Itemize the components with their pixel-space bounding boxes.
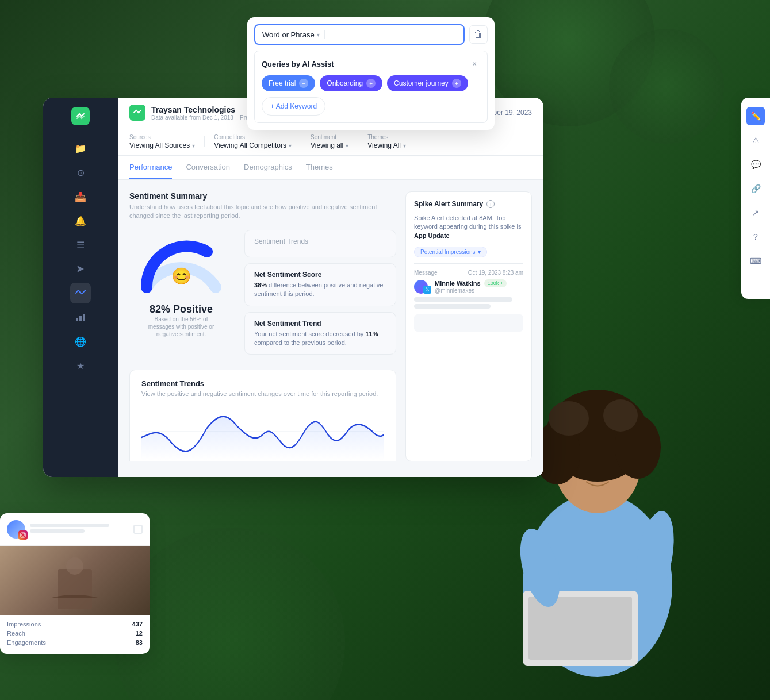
main-content: Traysan Technologies Data available from… xyxy=(118,98,543,477)
sidebar-item-list[interactable]: ☰ xyxy=(70,234,91,255)
chat-icon-button[interactable]: 💬 xyxy=(746,155,765,174)
net-sentiment-trend-card: Net Sentiment Trend Your net sentiment s… xyxy=(244,312,396,355)
word-or-phrase-select[interactable]: Word or Phrase ▾ xyxy=(262,30,320,39)
social-image xyxy=(0,546,150,615)
sidebar-item-inbox[interactable]: 📥 xyxy=(70,186,91,207)
filter-sources[interactable]: Sources Viewing All Sources ▾ xyxy=(129,134,195,149)
queries-section: Queries by AI Assist × Free trial + Onbo… xyxy=(254,51,488,123)
potential-impressions-badge[interactable]: Potential Impressions ▾ xyxy=(414,247,487,257)
onboarding-plus-icon[interactable]: + xyxy=(366,79,376,88)
impressions-value: 437 xyxy=(132,621,143,628)
export-icon-button[interactable]: ↗ xyxy=(746,203,765,222)
filter-competitors[interactable]: Competitors Viewing All Competitors ▾ xyxy=(214,134,292,149)
sentiment-trends-header: Sentiment Trends xyxy=(244,230,396,257)
tab-themes[interactable]: Themes xyxy=(306,156,333,179)
message-bar-2 xyxy=(414,304,491,309)
filter-competitors-label: Competitors xyxy=(214,134,292,140)
keyword-input-row: Word or Phrase ▾ 🗑 xyxy=(254,24,488,45)
alert-icon-button[interactable]: ⚠ xyxy=(746,131,765,149)
svg-marker-0 xyxy=(77,266,84,272)
trend-highlight: 11% xyxy=(365,330,378,337)
sentiment-content: 😊 82% Positive Based on the 56% of messa… xyxy=(129,230,396,361)
free-trial-tag[interactable]: Free trial + xyxy=(262,75,315,91)
leaf-decor-2 xyxy=(609,29,724,144)
filter-sentiment-value[interactable]: Viewing all ▾ xyxy=(311,141,348,149)
filters-bar: Sources Viewing All Sources ▾ Competitor… xyxy=(118,128,543,156)
sidebar-item-send[interactable] xyxy=(70,259,91,279)
svg-rect-10 xyxy=(66,557,83,575)
reach-value: 12 xyxy=(136,630,143,637)
social-card-header xyxy=(0,513,150,546)
message-header: Message Oct 19, 2023 8:23 am xyxy=(414,270,523,276)
social-checkbox[interactable] xyxy=(133,525,143,534)
svg-text:😊: 😊 xyxy=(171,267,191,286)
donut-label: 82% Positive Based on the 56% of message… xyxy=(141,303,221,338)
sidebar-item-folder[interactable]: 📁 xyxy=(70,138,91,159)
right-icon-bar: ✏️ ⚠ 💬 🔗 ↗ ? ⌨ xyxy=(741,98,770,299)
filter-sentiment[interactable]: Sentiment Viewing all ▾ xyxy=(311,134,348,149)
filter-themes-label: Themes xyxy=(367,134,406,140)
sidebar-item-circle[interactable]: ⊙ xyxy=(70,162,91,183)
add-keyword-button[interactable]: + Add Keyword xyxy=(262,97,325,116)
sidebar-item-star[interactable]: ★ xyxy=(70,355,91,376)
message-user: 𝕏 Minnie Watkins 100k + @minniemakes xyxy=(414,279,523,294)
sidebar-item-wave[interactable] xyxy=(70,283,91,303)
edit-icon-button[interactable]: ✏️ xyxy=(746,107,765,125)
filter-themes[interactable]: Themes Viewing All ▾ xyxy=(367,134,406,149)
social-card: Impressions 437 Reach 12 Engagements 83 xyxy=(0,513,150,654)
tab-conversation[interactable]: Conversation xyxy=(186,156,230,179)
keyboard-icon-button[interactable]: ⌨ xyxy=(746,252,765,270)
svg-rect-9 xyxy=(58,569,92,609)
chevron-down-icon: ▾ xyxy=(346,143,348,149)
user-name: Minnie Watkins xyxy=(435,280,481,287)
donut-wrapper: 😊 82% Positive Based on the 56% of messa… xyxy=(129,230,233,338)
delete-keyword-button[interactable]: 🗑 xyxy=(469,25,488,44)
free-trial-label: Free trial xyxy=(269,79,296,87)
user-avatar-wrapper: 𝕏 xyxy=(414,280,431,294)
keyword-input-wrapper[interactable]: Word or Phrase ▾ xyxy=(254,24,465,45)
onboarding-tag[interactable]: Onboarding + xyxy=(320,75,382,91)
sentiment-trends-label: Sentiment Trends xyxy=(254,237,386,245)
sidebar-item-globe[interactable]: 🌐 xyxy=(70,331,91,352)
svg-point-8 xyxy=(24,533,25,534)
close-popup-button[interactable]: × xyxy=(469,58,480,70)
filter-competitors-value[interactable]: Viewing All Competitors ▾ xyxy=(214,141,292,149)
sidebar-item-bell[interactable]: 🔔 xyxy=(70,210,91,231)
trend-title: Net Sentiment Trend xyxy=(254,320,386,328)
chevron-down-icon: ▾ xyxy=(289,143,292,149)
dashboard-card: 📁 ⊙ 📥 🔔 ☰ 🌐 ★ xyxy=(43,98,543,477)
sidebar-item-chart[interactable] xyxy=(70,307,91,328)
social-avatar-wrapper xyxy=(7,520,25,539)
customer-journey-plus-icon[interactable]: + xyxy=(452,79,461,88)
customer-journey-label: Customer journey xyxy=(394,79,449,87)
help-icon-button[interactable]: ? xyxy=(746,228,765,246)
instagram-icon xyxy=(18,530,28,540)
filter-sentiment-label: Sentiment xyxy=(311,134,348,140)
trend-cards: Sentiment Trends Net Sentiment Score 38%… xyxy=(244,230,396,361)
message-label: Message xyxy=(414,270,438,276)
word-or-phrase-label: Word or Phrase xyxy=(262,30,315,39)
reach-label: Reach xyxy=(7,630,25,637)
impressions-label: Impressions xyxy=(7,621,41,628)
reach-row: Reach 12 xyxy=(7,630,143,637)
filter-themes-value[interactable]: Viewing All ▾ xyxy=(367,141,406,149)
content-area: Sentiment Summary Understand how users f… xyxy=(118,180,543,473)
tab-performance[interactable]: Performance xyxy=(129,156,172,179)
filter-sources-label: Sources xyxy=(129,134,195,140)
free-trial-plus-icon[interactable]: + xyxy=(299,79,308,88)
header-brand: Traysan Technologies Data available from… xyxy=(129,105,259,121)
svg-point-7 xyxy=(22,534,24,536)
potential-label: Potential Impressions xyxy=(420,249,476,255)
spike-alert-title: Spike Alert Summary xyxy=(414,200,483,208)
brand-subtitle: Data available from Dec 1, 2018 – Presen… xyxy=(151,114,259,121)
user-name-row: Minnie Watkins 100k + xyxy=(435,279,507,287)
spike-keyword: App Update xyxy=(414,232,450,239)
tabs: Performance Conversation Demographics Th… xyxy=(118,156,543,180)
tab-demographics[interactable]: Demographics xyxy=(244,156,292,179)
link-icon-button[interactable]: 🔗 xyxy=(746,179,765,198)
customer-journey-tag[interactable]: Customer journey + xyxy=(387,75,468,91)
spike-desc: Spike Alert detected at 8AM. Top keyword… xyxy=(414,214,522,230)
chevron-down-icon: ▾ xyxy=(317,32,320,38)
filter-sources-value[interactable]: Viewing All Sources ▾ xyxy=(129,141,195,149)
filter-divider-3 xyxy=(358,136,358,147)
